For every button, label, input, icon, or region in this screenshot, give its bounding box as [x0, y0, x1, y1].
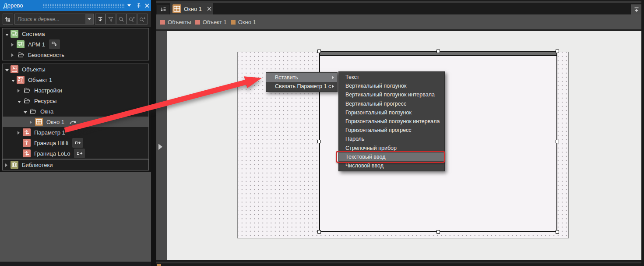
submenu-arrow-icon	[332, 85, 334, 88]
drop-target-button[interactable]	[49, 39, 60, 49]
panel-menu-chevron-icon[interactable]	[125, 0, 133, 11]
tree-item-border-lolo[interactable]: Граница LoLo	[3, 148, 148, 159]
tree-item-border-hihi[interactable]: Граница HiHi	[3, 138, 148, 148]
expander-icon[interactable]	[5, 162, 11, 168]
annotation-highlight-box	[336, 151, 445, 163]
tab-window1[interactable]: Окно 1	[170, 3, 213, 14]
expander-icon[interactable]	[11, 77, 17, 83]
window-icon	[172, 4, 181, 13]
tree-group-objects: Объекты Объект 1 Настройки Ресурсы	[2, 64, 149, 159]
link-arrow-icon	[69, 118, 77, 125]
editor-collapse-button[interactable]	[631, 4, 642, 15]
expander-icon[interactable]	[30, 119, 35, 125]
submenu-item-horizontal-slider[interactable]: Горизонтальный ползунок	[339, 108, 444, 117]
search-icon[interactable]	[116, 14, 127, 25]
panel-splitter[interactable]	[151, 0, 156, 266]
tree-panel-bottom-border	[0, 262, 151, 266]
tabstrip-accent	[156, 1, 641, 3]
tab-close-icon[interactable]	[206, 6, 212, 12]
objects-icon	[11, 65, 18, 73]
menu-item-bind-parameter[interactable]: Связать Параметр 1 с	[266, 82, 337, 91]
search-dropdown-icon[interactable]	[85, 14, 93, 24]
tree-item-object1[interactable]: Объект 1	[3, 74, 148, 85]
tree-item-objects[interactable]: Объекты	[3, 64, 148, 74]
expander-icon[interactable]	[11, 41, 17, 48]
collapse-all-button[interactable]	[95, 14, 106, 25]
panel-title: Дерево	[4, 2, 23, 9]
tree-body: Система АРМ 1 Безопасность	[0, 27, 151, 262]
system-icon	[11, 30, 18, 38]
submenu-item-vertical-range-slider[interactable]: Вертикальный ползунок интервала	[339, 90, 444, 99]
menu-item-insert[interactable]: Вставить	[266, 73, 337, 82]
folder-icon	[17, 51, 25, 59]
close-icon[interactable]	[143, 0, 151, 11]
tree-item-label: Объект 1	[28, 77, 52, 83]
resize-handle-ne[interactable]	[556, 50, 559, 53]
tree-item-label: Настройки	[34, 87, 62, 94]
libraries-icon	[11, 161, 18, 169]
expander-icon[interactable]	[11, 52, 17, 58]
resize-handle-n[interactable]	[436, 50, 440, 53]
tree-item-settings[interactable]: Настройки	[3, 85, 148, 96]
application-window: Дерево	[0, 0, 644, 266]
drag-handle[interactable]	[42, 4, 125, 8]
expander-icon[interactable]	[18, 87, 23, 94]
filter-icon[interactable]	[106, 14, 116, 25]
tree-item-label: АРМ 1	[28, 41, 45, 48]
tab-list-button[interactable]	[157, 5, 169, 14]
submenu-item-vertical-slider[interactable]: Вертикальный ползунок	[339, 82, 444, 90]
tree-item-parameter1[interactable]: Параметр 1	[3, 127, 148, 138]
tree-item-label: Граница HiHi	[34, 140, 68, 146]
resize-handle-s[interactable]	[436, 230, 440, 234]
tree-item-system[interactable]: Система	[3, 28, 148, 39]
object-icon	[195, 20, 200, 25]
tab-label: Окно 1	[184, 6, 202, 12]
window-icon	[35, 118, 43, 126]
submenu-item-horizontal-progress[interactable]: Горизонтальный прогресс	[339, 126, 444, 135]
tree-item-label: Система	[22, 31, 45, 37]
resize-handle-se[interactable]	[556, 230, 559, 234]
expander-icon[interactable]	[5, 66, 11, 73]
bottom-panel-icon	[157, 264, 161, 266]
link-out-button[interactable]	[74, 149, 85, 158]
tree-group-libraries: Библиотеки	[2, 159, 149, 170]
tree-item-security[interactable]: Безопасность	[3, 50, 148, 60]
link-out-button[interactable]	[72, 138, 83, 148]
breadcrumb-item-window1[interactable]: Окно 1	[231, 19, 256, 25]
tree-panel-titlebar[interactable]: Дерево	[0, 0, 151, 11]
tree-item-label: Параметр 1	[34, 129, 65, 136]
expander-icon[interactable]	[5, 31, 11, 37]
window-right-border	[641, 0, 644, 266]
tree-sync-button[interactable]	[3, 14, 13, 25]
search-next-icon[interactable]	[137, 14, 148, 25]
expander-icon[interactable]	[18, 98, 23, 104]
search-previous-icon[interactable]	[127, 14, 137, 25]
tree-item-windows[interactable]: Окна	[3, 106, 148, 117]
tree-item-label: Граница LoLo	[34, 150, 70, 157]
resize-handle-sw[interactable]	[317, 230, 321, 234]
submenu-item-text[interactable]: Текст	[339, 73, 444, 82]
tree-item-resources[interactable]: Ресурсы	[3, 96, 148, 106]
submenu-item-password[interactable]: Пароль	[339, 135, 444, 143]
pin-icon[interactable]	[135, 0, 143, 11]
parameter-icon	[23, 149, 31, 157]
search-input[interactable]	[15, 14, 85, 24]
submenu-item-horizontal-range-slider[interactable]: Горизонтальный ползунок интервала	[339, 117, 444, 126]
submenu-arrow-icon	[332, 76, 334, 79]
tree-item-libraries[interactable]: Библиотеки	[3, 160, 148, 170]
expander-icon[interactable]	[24, 108, 29, 115]
resize-handle-w[interactable]	[317, 140, 321, 143]
resize-handle-e[interactable]	[556, 140, 559, 143]
tree-item-label: Безопасность	[28, 52, 64, 58]
tree-item-label: Объекты	[22, 66, 46, 73]
breadcrumb-item-objects[interactable]: Объекты	[160, 19, 191, 25]
tree-item-label: Окна	[40, 108, 53, 115]
expand-panel-icon[interactable]	[158, 144, 162, 150]
parameter-icon	[23, 128, 31, 136]
tree-item-arm1[interactable]: АРМ 1	[3, 39, 148, 50]
resize-handle-nw[interactable]	[317, 50, 321, 53]
breadcrumb-item-object1[interactable]: Объект 1	[195, 19, 227, 25]
expander-icon[interactable]	[18, 129, 23, 136]
submenu-item-vertical-progress[interactable]: Вертикальный прогресс	[339, 99, 444, 108]
tree-item-window1[interactable]: Окно 1	[3, 117, 148, 127]
